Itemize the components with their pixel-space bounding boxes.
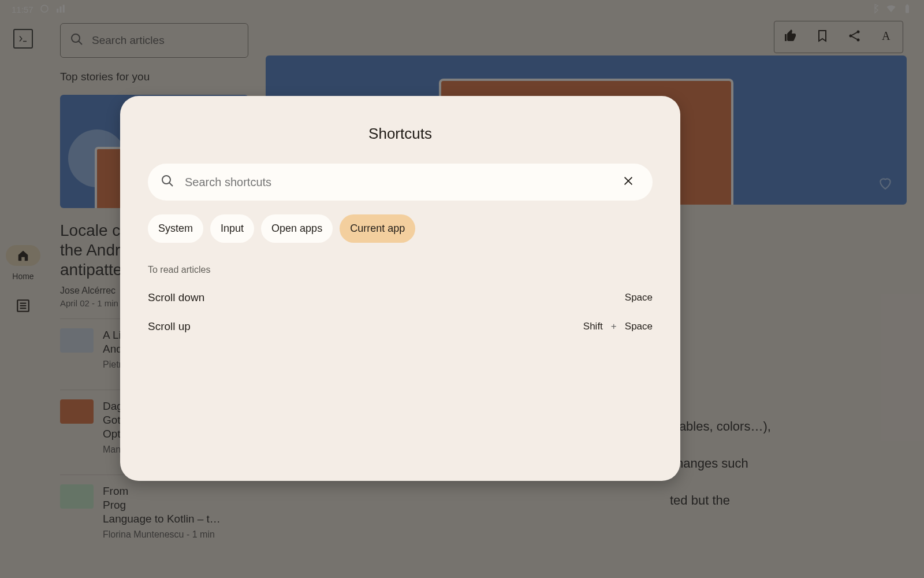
clear-search-button[interactable] [617, 171, 640, 194]
shortcut-row: Scroll up Shift + Space [148, 320, 653, 333]
shortcut-keys: Shift + Space [583, 321, 653, 332]
chip-open-apps[interactable]: Open apps [261, 214, 333, 243]
svg-line-19 [169, 183, 173, 186]
shortcut-row: Scroll down Space [148, 291, 653, 304]
shortcut-category-chips: System Input Open apps Current app [148, 214, 653, 243]
close-icon [622, 175, 635, 190]
shortcut-section-label: To read articles [148, 265, 653, 275]
shortcut-name: Scroll up [148, 320, 191, 333]
key-plus: + [611, 321, 617, 332]
chip-current-app[interactable]: Current app [340, 214, 415, 243]
shortcuts-dialog: Shortcuts System Input Open apps Current… [120, 96, 680, 481]
shortcuts-search[interactable] [148, 164, 653, 201]
shortcuts-search-input[interactable] [184, 175, 608, 190]
key-label: Space [625, 292, 653, 303]
shortcut-name: Scroll down [148, 291, 204, 304]
shortcut-keys: Space [625, 292, 653, 303]
chip-system[interactable]: System [148, 214, 203, 243]
svg-point-18 [162, 176, 170, 184]
dialog-title: Shortcuts [148, 125, 653, 143]
search-icon [161, 174, 174, 191]
key-label: Shift [583, 321, 603, 332]
chip-input[interactable]: Input [210, 214, 254, 243]
key-label: Space [625, 321, 653, 332]
